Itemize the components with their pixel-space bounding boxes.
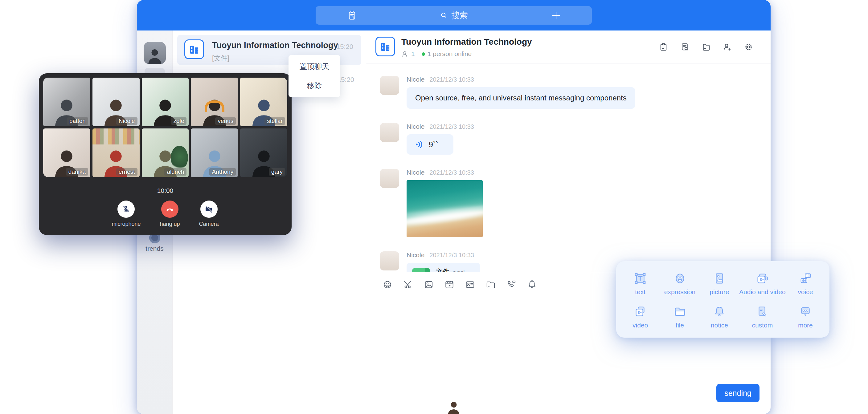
text-message-bubble[interactable]: Open source, free, and universal instant… <box>407 87 635 109</box>
picture-icon[interactable] <box>424 279 434 290</box>
panel-item-picture[interactable]: picture <box>700 267 739 300</box>
call-elapsed-time: 10:00 <box>43 187 287 194</box>
camera-muted-icon <box>204 204 214 214</box>
sender-avatar[interactable] <box>380 169 399 188</box>
folder-icon[interactable] <box>486 279 496 290</box>
topbar-search-pill[interactable]: 搜索 <box>316 6 592 25</box>
panel-item-notice[interactable]: notice <box>700 300 739 333</box>
custom-message-icon <box>755 305 769 319</box>
notification-bell-icon[interactable] <box>527 279 537 290</box>
image-message[interactable] <box>407 180 483 237</box>
message-timestamp: 2021/12/3 10:33 <box>429 76 474 83</box>
participant-tile: venus <box>191 77 238 126</box>
online-dot <box>422 52 425 56</box>
building-icon <box>188 43 201 56</box>
participant-tile: Nicole <box>92 77 140 126</box>
message-image: Nicole 2021/12/3 10:33 <box>380 169 771 237</box>
add-member-icon[interactable] <box>722 42 732 52</box>
hang-up-button[interactable]: hang up <box>160 200 180 227</box>
panel-item-audio-video[interactable]: Audio and video <box>739 267 786 300</box>
panel-item-voice[interactable]: voice <box>786 267 825 300</box>
group-avatar <box>184 39 204 59</box>
conversation-time: 15:20 <box>336 43 353 51</box>
notice-bell-icon <box>712 305 726 319</box>
participant-name: venus <box>215 117 236 125</box>
voice-icon <box>798 272 812 286</box>
panel-item-text[interactable]: text <box>620 267 660 300</box>
video-icon <box>633 305 647 319</box>
settings-gear-icon[interactable] <box>744 42 753 52</box>
emoji-icon[interactable] <box>382 279 393 290</box>
participant-name: gary <box>269 168 285 176</box>
panel-item-expression[interactable]: expression <box>660 267 700 300</box>
member-count: 1 <box>411 50 415 58</box>
participant-tile: ernest <box>92 128 140 177</box>
picture-icon <box>712 272 726 286</box>
message-timestamp: 2021/12/3 10:33 <box>429 252 474 259</box>
screenshot-scissors-icon[interactable] <box>403 279 413 290</box>
camera-toggle[interactable]: Camera <box>199 200 219 227</box>
my-avatar[interactable] <box>144 42 166 64</box>
file-message-bubble[interactable]: X 文件 .excel 12.8M <box>407 263 480 272</box>
audio-video-icon <box>755 272 769 286</box>
video-clip-icon[interactable] <box>444 279 455 290</box>
message-list: Nicole 2021/12/3 10:33 Open source, free… <box>366 63 771 272</box>
expression-icon <box>673 272 687 286</box>
group-avatar <box>375 37 395 56</box>
member-icon <box>401 50 409 58</box>
sidebar-item-trends[interactable]: trends <box>137 245 172 252</box>
send-button[interactable]: sending <box>716 384 760 402</box>
plus-button[interactable] <box>551 10 561 20</box>
sender-avatar[interactable] <box>380 251 399 270</box>
topbar: 搜索 <box>137 0 771 31</box>
participant-tile: zole <box>142 77 189 126</box>
participant-name: Anthony <box>209 168 236 176</box>
search-icon <box>439 11 448 20</box>
participant-name: ernest <box>116 168 137 176</box>
sender-avatar[interactable] <box>380 76 399 95</box>
message-timestamp: 2021/12/3 10:33 <box>429 169 474 176</box>
participant-tile: Anthony <box>191 128 238 177</box>
chat-panel: Tuoyun Information Technology 1 1 person… <box>366 31 771 414</box>
audio-video-call-icon[interactable] <box>506 279 517 290</box>
voice-message-bubble[interactable]: 9`` <box>407 134 454 155</box>
microphone-muted-icon <box>121 204 131 214</box>
participant-tile: patton <box>43 77 90 126</box>
participant-grid: patton Nicole zole venus stellar danika … <box>43 77 287 177</box>
call-log-icon[interactable] <box>346 10 358 21</box>
attachment-type-panel: text expression picture Audio and video … <box>616 261 830 338</box>
sender-name: Nicole <box>407 76 425 83</box>
panel-item-custom[interactable]: custom <box>739 300 786 333</box>
file-name: 文件 <box>436 268 449 272</box>
message-text: Nicole 2021/12/3 10:33 Open source, free… <box>380 76 771 109</box>
microphone-toggle[interactable]: microphone <box>112 200 141 227</box>
participant-name: patton <box>67 117 88 125</box>
panel-item-video[interactable]: video <box>620 300 660 333</box>
text-icon <box>633 272 647 286</box>
conversation-preview: [文件] <box>212 54 229 63</box>
panel-item-more[interactable]: more <box>786 300 825 333</box>
file-icon[interactable] <box>701 42 711 52</box>
hang-up-icon <box>165 204 175 214</box>
contact-card-icon[interactable] <box>465 279 475 290</box>
participant-name: aldrich <box>164 168 186 176</box>
conversation-title: Tuoyun Information Technology <box>212 41 338 50</box>
voice-duration: 9`` <box>429 140 438 149</box>
video-call-overlay: patton Nicole zole venus stellar danika … <box>39 73 291 235</box>
online-status: 1 person online <box>428 50 472 58</box>
participant-name: Nicole <box>116 117 137 125</box>
sender-name: Nicole <box>407 169 425 176</box>
chat-record-search-icon[interactable] <box>680 42 689 52</box>
panel-item-file[interactable]: file <box>660 300 700 333</box>
file-extension: .excel <box>451 269 465 272</box>
participant-tile: stellar <box>240 77 287 126</box>
message-voice: Nicole 2021/12/3 10:33 9`` <box>380 123 771 155</box>
menu-item-remove[interactable]: 移除 <box>288 76 340 95</box>
notice-board-icon[interactable] <box>659 42 668 52</box>
message-timestamp: 2021/12/3 10:33 <box>429 123 474 130</box>
participant-name: zole <box>171 117 187 125</box>
search-input[interactable]: 搜索 <box>439 6 468 25</box>
menu-item-pin-chat[interactable]: 置顶聊天 <box>288 57 340 76</box>
sender-avatar[interactable] <box>380 123 399 142</box>
more-icon <box>798 305 812 319</box>
